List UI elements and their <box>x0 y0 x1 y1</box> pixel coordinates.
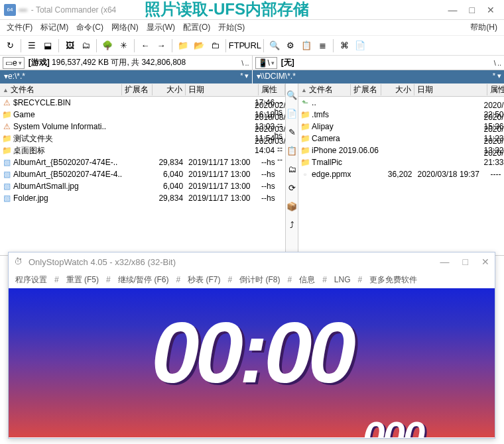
menu-separator: # <box>225 275 234 284</box>
maximize-button[interactable]: □ <box>470 5 475 15</box>
toolbar-button[interactable]: 🔍 <box>267 38 282 53</box>
path-root-right[interactable]: \ <box>494 59 496 67</box>
file-name: $RECYCLE.BIN <box>12 98 221 107</box>
file-name: Alipay <box>310 122 450 131</box>
mid-tool-button[interactable]: ⟳ <box>286 182 298 194</box>
right-column-headers[interactable]: ▲文件名 扩展名 大小 日期 属性 <box>298 83 504 97</box>
file-size: 29,834 <box>153 158 186 167</box>
menu-item[interactable]: 配置(O) <box>179 22 214 33</box>
osw-menu-item[interactable]: 信息 <box>296 274 318 286</box>
table-row[interactable]: 📁Alipay2020/03/25 15:36---- <box>298 121 504 133</box>
osw-menu-item[interactable]: 秒表 (F7) <box>185 274 223 286</box>
toolbar-button[interactable]: 🌳 <box>100 38 115 53</box>
file-attr: --hs <box>259 158 285 167</box>
app-icon: 64 <box>4 4 16 16</box>
file-icon: ⚠ <box>1 122 12 131</box>
path-up-right[interactable]: .. <box>497 59 501 67</box>
toolbar-button[interactable]: 🖼 <box>62 38 77 53</box>
menu-item[interactable]: 开始(S) <box>214 22 249 33</box>
menu-separator: # <box>356 275 365 284</box>
mid-tool-button[interactable]: ⤴ <box>286 219 298 231</box>
mid-tool-button[interactable]: ✎ <box>286 126 298 138</box>
table-row[interactable]: 📁测试文件夹2020/03/27 11:54---- <box>0 133 285 144</box>
right-panel: ▲文件名 扩展名 大小 日期 属性 ⬑..📁.tmfs2020/03/11 22… <box>298 83 504 255</box>
menu-separator: # <box>285 275 294 284</box>
table-row[interactable]: ⬑.. <box>298 97 504 109</box>
mid-tool-button[interactable]: 📋 <box>286 144 298 156</box>
file-date: 2019/11/17 13:00 <box>186 182 259 191</box>
table-row[interactable]: 📁Camera2020/03/27 11:23---- <box>298 133 504 144</box>
menu-item[interactable]: 显示(W) <box>143 22 179 33</box>
right-file-list[interactable]: ⬑..📁.tmfs2020/03/11 22:50----📁Alipay2020… <box>298 97 504 255</box>
table-row[interactable]: 📁Game2020/02/02 16:18---- <box>0 109 285 121</box>
mid-tool-button[interactable]: 🔍 <box>286 89 298 101</box>
file-icon: 📁 <box>300 134 310 143</box>
mid-tool-button[interactable]: 📄 <box>286 107 298 119</box>
toolbar-button[interactable]: 📂 <box>192 38 206 53</box>
toolbar-button[interactable]: 🗀 <box>208 38 222 53</box>
osw-menu-item[interactable]: 倒计时 (F8) <box>237 274 283 286</box>
path-up-left[interactable]: .. <box>245 59 249 67</box>
menu-item[interactable]: 标记(M) <box>36 22 72 33</box>
path-crumb-left[interactable]: ▾e:\*.** ▾ <box>0 70 253 83</box>
mid-tool-button[interactable]: 🗂 <box>286 163 298 175</box>
toolbar-button[interactable]: → <box>154 38 168 53</box>
osw-maximize-button[interactable]: □ <box>463 256 468 267</box>
osw-close-button[interactable]: ✕ <box>481 256 489 267</box>
menu-item[interactable]: 网络(N) <box>107 22 143 33</box>
table-row[interactable]: ▧AlbumArtSmall.jpg6,0402019/11/17 13:00-… <box>0 180 285 192</box>
path-root-left[interactable]: \ <box>241 59 243 67</box>
toolbar-button[interactable]: URL <box>245 38 260 53</box>
osw-menu-item[interactable]: 继续/暂停 (F6) <box>115 274 172 286</box>
table-row[interactable]: ⚠System Volume Informati..2018/08/27 13:… <box>0 121 285 133</box>
path-crumb-right[interactable]: ▾\\DCIM\*.** ▾ <box>253 70 505 83</box>
table-row[interactable]: ▧AlbumArt_{B5020207-474E-..29,8342019/11… <box>0 156 285 168</box>
file-name: 桌面图标 <box>12 145 221 156</box>
toolbar-button[interactable]: ≣ <box>315 38 330 53</box>
drive-selector-right[interactable]: 📱 \▾ <box>255 57 277 69</box>
minimize-button[interactable]: — <box>448 5 458 15</box>
toolbar-button[interactable]: ✳ <box>116 38 131 53</box>
close-button[interactable]: ✕ <box>487 5 495 15</box>
toolbar-button[interactable]: 🗂 <box>78 38 93 53</box>
menu-item[interactable]: 文件(F) <box>3 22 36 33</box>
table-row[interactable]: ⚠$RECYCLE.BIN2019/12/09 17:46--hs <box>0 97 285 109</box>
toolbar-button[interactable]: ⌘ <box>337 38 351 53</box>
toolbar-button[interactable]: ← <box>138 38 153 53</box>
file-icon: ▧ <box>1 158 12 167</box>
left-file-list[interactable]: ⚠$RECYCLE.BIN2019/12/09 17:46--hs📁Game20… <box>0 97 285 255</box>
toolbar-button[interactable]: ⚙ <box>283 38 298 53</box>
file-icon: 📁 <box>1 110 12 119</box>
toolbar-button[interactable]: ☰ <box>25 38 39 53</box>
table-row[interactable]: ▧AlbumArt_{B5020207-474E-4..6,0402019/11… <box>0 168 285 180</box>
toolbar-button[interactable]: ⬓ <box>40 38 55 53</box>
osw-minimize-button[interactable]: — <box>440 256 450 267</box>
toolbar-button[interactable]: 📁 <box>176 38 190 53</box>
table-row[interactable]: ▧Folder.jpg29,8342019/11/17 13:00--hs <box>0 192 285 204</box>
osw-menu-item[interactable]: 程序设置 <box>13 274 50 286</box>
toolbar-button[interactable]: ↻ <box>3 38 17 53</box>
menu-separator: # <box>174 275 182 284</box>
table-row[interactable]: 📁.tmfs2020/03/11 22:50---- <box>298 109 504 121</box>
osw-menu-item[interactable]: 重置 (F5) <box>64 274 101 286</box>
osw-menu-item[interactable]: LNG <box>332 275 353 284</box>
osw-menu-item[interactable]: 更多免费软件 <box>367 274 420 286</box>
file-icon: ⬑ <box>300 98 310 107</box>
left-panel: ▲文件名 扩展名 大小 日期 属性 ⚠$RECYCLE.BIN2019/12/0… <box>0 83 286 255</box>
left-column-headers[interactable]: ▲文件名 扩展名 大小 日期 属性 <box>0 83 285 97</box>
drive-selector-left[interactable]: ▭ e▾ <box>3 57 25 69</box>
file-size: 6,040 <box>153 170 186 179</box>
file-attr: ---- <box>487 170 504 179</box>
toolbar-button[interactable]: 📋 <box>299 38 314 53</box>
menu-item[interactable]: 命令(C) <box>72 22 107 33</box>
table-row[interactable]: ▫edge.ppmx36,2022020/03/18 19:37---- <box>298 168 504 180</box>
table-row[interactable]: 📁桌面图标2020/03/27 14:04---- <box>0 144 285 156</box>
menu-help[interactable]: 帮助(H) <box>466 22 501 33</box>
toolbar-button[interactable]: FTP <box>229 38 244 53</box>
table-row[interactable]: 📁iPhone 2019.06.062020/03/27 13:32---- <box>298 144 504 156</box>
toolbar-button[interactable]: 📄 <box>353 38 367 53</box>
mid-tool-button[interactable]: 📦 <box>286 200 298 212</box>
table-row[interactable]: 📁TmallPic2020/03/11 21:33---- <box>298 156 504 168</box>
overlay-heading: 照片读取-UFS内部存储 <box>145 0 309 20</box>
drive-label-left: [游戏] <box>29 57 50 68</box>
